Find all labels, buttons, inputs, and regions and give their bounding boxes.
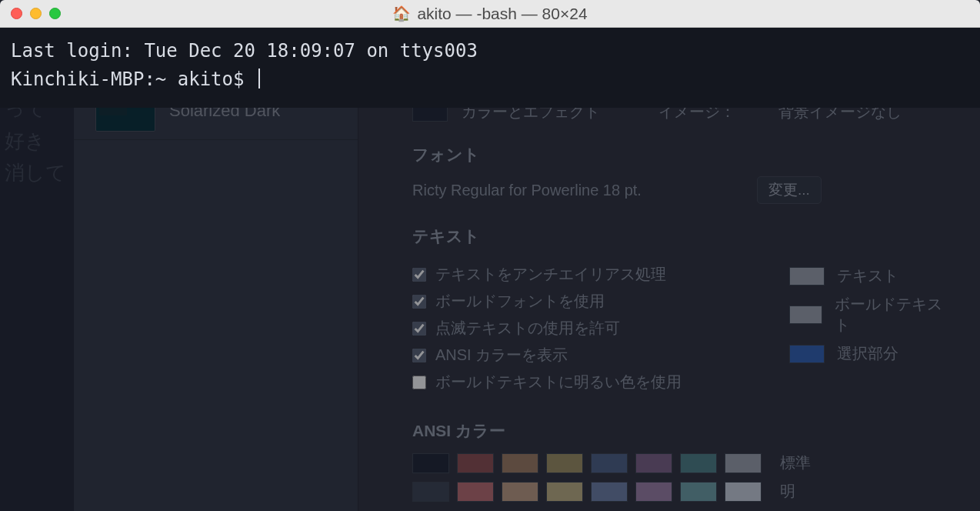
terminal-title: 🏠 akito — -bash — 80×24 [392, 5, 587, 23]
ansi-color-swatch[interactable] [635, 453, 672, 473]
checkbox[interactable] [412, 349, 426, 362]
window-controls [11, 8, 61, 19]
checkbox-label: ボールドフォントを使用 [435, 291, 605, 312]
section-font-title: フォント [412, 144, 949, 165]
checkbox[interactable] [412, 322, 426, 336]
terminal-line: Last login: Tue Dec 20 18:09:07 on ttys0… [11, 40, 478, 62]
text-color-row: 選択部分 [789, 343, 949, 364]
change-font-button[interactable]: 変更... [757, 176, 822, 204]
ansi-color-swatch[interactable] [457, 453, 494, 473]
ansi-color-swatch[interactable] [591, 453, 628, 473]
bg-text-fragment: 消して [5, 157, 69, 189]
section-text-title: テキスト [412, 225, 949, 247]
text-option[interactable]: ボールドテキストに明るい色を使用 [412, 372, 743, 392]
text-color-row: テキスト [789, 266, 949, 286]
ansi-color-swatch[interactable] [591, 482, 628, 502]
text-checkbox-group: テキストをアンチエイリアス処理ボールドフォントを使用点滅テキストの使用を許可AN… [412, 258, 743, 399]
ansi-color-swatch[interactable] [412, 453, 449, 473]
terminal-body[interactable]: Last login: Tue Dec 20 18:09:07 on ttys0… [0, 28, 980, 108]
color-swatch[interactable] [789, 267, 825, 286]
text-option[interactable]: 点滅テキストの使用を許可 [412, 318, 743, 339]
checkbox-label: ボールドテキストに明るい色を使用 [435, 372, 682, 392]
minimize-button[interactable] [30, 8, 42, 19]
terminal-prompt: Kinchiki-MBP:~ akito$ [11, 68, 255, 90]
color-label: テキスト [837, 266, 898, 286]
font-row: Ricty Regular for Powerline 18 pt. 変更... [412, 176, 949, 204]
text-option[interactable]: ANSI カラーを表示 [412, 345, 743, 366]
section-ansi-title: ANSI カラー [412, 420, 949, 442]
ansi-row-label: 明 [780, 481, 795, 502]
color-swatch[interactable] [789, 306, 822, 324]
checkbox-label: ANSI カラーを表示 [435, 345, 568, 366]
ansi-color-swatch[interactable] [546, 482, 583, 502]
cursor [258, 68, 260, 89]
checkbox[interactable] [412, 268, 426, 282]
ansi-color-swatch[interactable] [502, 482, 538, 502]
ansi-color-swatch[interactable] [502, 453, 538, 473]
terminal-window: 🏠 akito — -bash — 80×24 Last login: Tue … [0, 0, 980, 115]
text-color-group: テキストボールドテキスト選択部分 [789, 258, 949, 399]
close-button[interactable] [11, 8, 22, 19]
text-option[interactable]: ボールドフォントを使用 [412, 291, 743, 312]
color-label: ボールドテキスト [835, 294, 949, 336]
ansi-row-standard: 標準 [412, 453, 949, 473]
terminal-title-text: akito — -bash — 80×24 [417, 5, 587, 23]
checkbox-label: 点滅テキストの使用を許可 [435, 318, 620, 339]
ansi-color-swatch[interactable] [457, 482, 494, 502]
ansi-color-swatch[interactable] [546, 453, 583, 473]
ansi-color-swatch[interactable] [725, 453, 762, 473]
home-icon: 🏠 [392, 5, 411, 22]
checkbox-label: テキストをアンチエイリアス処理 [435, 264, 666, 285]
checkbox[interactable] [412, 376, 426, 389]
ansi-color-swatch[interactable] [635, 482, 672, 502]
ansi-color-swatch[interactable] [680, 482, 717, 502]
terminal-titlebar[interactable]: 🏠 akito — -bash — 80×24 [0, 0, 980, 28]
font-value: Ricty Regular for Powerline 18 pt. [412, 182, 743, 199]
checkbox[interactable] [412, 295, 426, 309]
ansi-row-label: 標準 [780, 453, 811, 473]
color-label: 選択部分 [837, 343, 898, 364]
text-color-row: ボールドテキスト [789, 294, 949, 336]
ansi-color-swatch[interactable] [725, 482, 762, 502]
ansi-row-bright: 明 [412, 481, 949, 502]
profiles-empty-area [74, 140, 358, 511]
zoom-button[interactable] [49, 8, 61, 19]
ansi-color-swatch[interactable] [680, 453, 717, 473]
text-option[interactable]: テキストをアンチエイリアス処理 [412, 264, 743, 285]
ansi-color-swatch[interactable] [412, 482, 449, 502]
color-swatch[interactable] [789, 345, 825, 363]
bg-text-fragment: 好き [5, 125, 69, 158]
